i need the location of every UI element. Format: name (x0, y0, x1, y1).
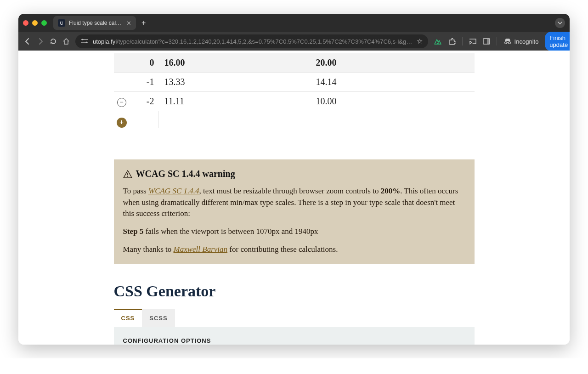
svg-rect-3 (81, 42, 88, 42)
wcag-warning-box: WCAG SC 1.4.4 warning To pass WCAG SC 1.… (114, 159, 475, 264)
min-value: 16.00 (159, 53, 316, 73)
config-panel: CONFIGURATION OPTIONS Method Relative to (114, 327, 475, 345)
step-label: -1 (130, 73, 159, 92)
tab-scss[interactable]: SCSS (142, 309, 175, 327)
minimize-window-icon[interactable] (32, 20, 38, 26)
table-row: − -2 11.11 10.00 (114, 92, 475, 111)
wcag-link[interactable]: WCAG SC 1.4.4 (148, 187, 199, 195)
new-tab-button[interactable]: + (141, 19, 146, 27)
extensions-icon[interactable] (448, 38, 456, 45)
wcag-credit-paragraph: Many thanks to Maxwell Barvian for contr… (123, 244, 465, 255)
browser-window: U Fluid type scale calculator | U ✕ + (18, 14, 570, 345)
browser-tab[interactable]: U Fluid type scale calculator | U ✕ (53, 16, 136, 30)
back-icon[interactable] (24, 38, 31, 45)
wcag-fail-paragraph: Step 5 fails when the viewport is betwee… (123, 226, 465, 238)
close-tab-icon[interactable]: ✕ (126, 20, 131, 27)
svg-rect-6 (487, 39, 490, 44)
tab-css[interactable]: CSS (114, 309, 142, 327)
css-generator-heading: CSS Generator (114, 283, 475, 300)
remove-step-button[interactable]: − (117, 98, 126, 107)
url-text: utopia.fyi/type/calculator/?c=320,16,1.2… (93, 38, 412, 45)
site-controls-icon[interactable] (81, 38, 88, 45)
type-scale-table: 0 16.00 20.00 -1 13.33 14.14 − -2 11.11 … (114, 53, 475, 128)
home-icon[interactable] (62, 38, 70, 45)
tab-title: Fluid type scale calculator | U (69, 20, 123, 26)
wcag-warning-heading: WCAG SC 1.4.4 warning (123, 169, 465, 179)
svg-rect-1 (81, 39, 88, 40)
max-value: 14.14 (316, 73, 475, 92)
nuxt-extension-icon[interactable] (434, 38, 442, 45)
page-viewport: 0 16.00 20.00 -1 13.33 14.14 − -2 11.11 … (18, 51, 570, 345)
favicon-icon: U (58, 19, 65, 27)
incognito-indicator[interactable]: Incognito (503, 38, 539, 45)
min-value: 13.33 (159, 73, 316, 92)
finish-update-button[interactable]: Finish update ⋮ (545, 32, 570, 51)
reload-icon[interactable] (50, 38, 57, 45)
bookmark-icon[interactable]: ☆ (417, 37, 423, 45)
maximize-window-icon[interactable] (41, 20, 47, 26)
step-label: 0 (130, 53, 159, 73)
svg-point-8 (508, 42, 510, 44)
min-value: 11.11 (159, 92, 316, 111)
forward-icon[interactable] (37, 38, 44, 45)
max-value: 10.00 (316, 92, 475, 111)
table-row: 0 16.00 20.00 (114, 53, 475, 73)
warning-icon (123, 170, 132, 178)
generator-tabs: CSS SCSS (114, 309, 475, 327)
url-bar: utopia.fyi/type/calculator/?c=320,16,1.2… (18, 32, 570, 51)
max-value: 20.00 (316, 53, 475, 73)
svg-point-4 (469, 44, 470, 45)
add-row: + (114, 111, 475, 128)
svg-rect-10 (127, 176, 128, 177)
incognito-label: Incognito (514, 38, 539, 45)
step-label: -2 (130, 92, 159, 111)
cast-icon[interactable] (469, 38, 476, 45)
address-bar[interactable]: utopia.fyi/type/calculator/?c=320,16,1.2… (75, 34, 428, 48)
svg-rect-9 (127, 173, 128, 175)
table-row: -1 13.33 14.14 (114, 73, 475, 92)
close-window-icon[interactable] (23, 20, 28, 26)
finish-update-label: Finish update (549, 34, 570, 48)
add-step-button[interactable]: + (117, 118, 127, 128)
wcag-paragraph: To pass WCAG SC 1.4.4, text must be resi… (123, 186, 465, 220)
svg-point-7 (504, 42, 507, 44)
incognito-icon (503, 38, 512, 45)
side-panel-icon[interactable] (483, 38, 490, 45)
credit-link[interactable]: Maxwell Barvian (174, 245, 228, 254)
tabs-dropdown-icon[interactable] (555, 18, 565, 28)
config-title: CONFIGURATION OPTIONS (123, 337, 465, 344)
wcag-title-text: WCAG SC 1.4.4 warning (136, 169, 235, 179)
traffic-lights (23, 20, 47, 26)
tab-strip: U Fluid type scale calculator | U ✕ + (18, 14, 570, 32)
